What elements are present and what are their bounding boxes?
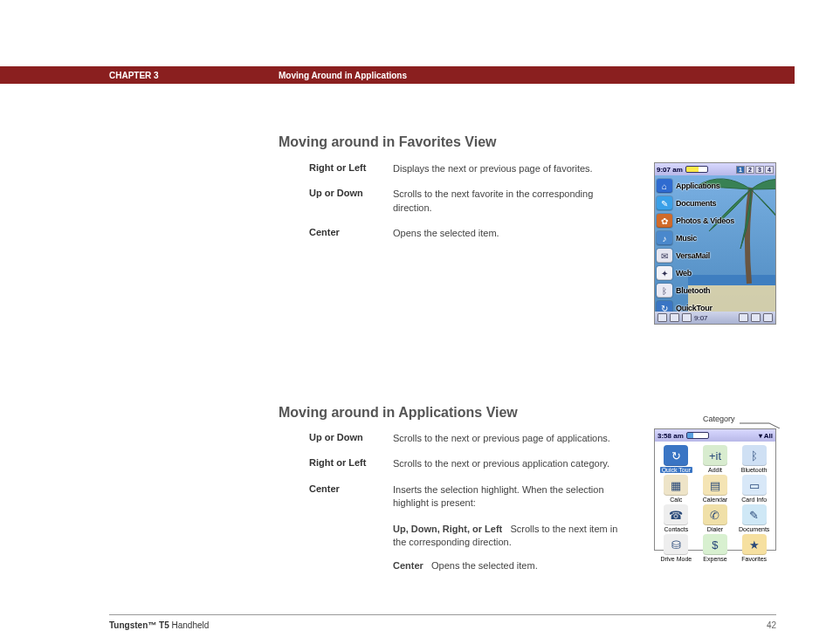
def-row: Up or Down Scrolls to the next favorite … (309, 188, 623, 215)
app-icon: ▦ (664, 475, 688, 496)
sub-text: Opens the selected item. (431, 560, 538, 571)
app-item: ★Favorites (734, 534, 774, 562)
app-label: Calc (670, 497, 682, 503)
status-bar: 3:58 am ▾ All (655, 429, 775, 442)
app-item: ▭Card Info (734, 475, 774, 503)
section1-title: Moving around in Favorites View (279, 134, 497, 150)
favorite-icon: ✎ (657, 196, 672, 210)
app-label: Quick Tour (660, 467, 692, 473)
app-label: Expense (703, 556, 726, 562)
app-icon: ✆ (703, 504, 727, 525)
app-item: ᛒBluetooth (734, 445, 774, 473)
app-item: ▤Calendar (696, 475, 735, 503)
screen-icon (751, 313, 761, 322)
sub-desc: Up, Down, Right, or Left Scrolls to the … (393, 523, 623, 550)
product-rest: Handheld (169, 620, 210, 630)
app-label: Favorites (741, 556, 767, 562)
favorite-label: Bluetooth (676, 286, 710, 295)
bottom-time: 9:07 (694, 314, 708, 322)
favorite-label: Documents (676, 199, 716, 208)
favorite-icon: ᛒ (657, 284, 672, 298)
callout-line-icon (740, 420, 780, 428)
bt-icon (739, 313, 748, 322)
def-term: Up or Down (309, 432, 393, 445)
app-label: Calendar (703, 497, 727, 503)
app-icon: ✎ (742, 504, 767, 525)
app-label: Dialer (707, 526, 723, 532)
time-label: 3:58 am (657, 432, 684, 440)
favorites-screenshot: 9:07 am 1 2 3 4 ⌂Applications✎Documents✿… (654, 162, 776, 325)
favorite-label: Photos & Videos (676, 216, 734, 225)
def-row: Up or Down Scrolls to the next or previo… (309, 432, 623, 445)
def-desc: Inserts the selection highlight. When th… (393, 483, 623, 510)
favorite-icon: ✉ (657, 249, 672, 263)
favorite-label: Web (676, 269, 692, 277)
applications-definitions: Up or Down Scrolls to the next or previo… (309, 432, 623, 584)
def-row: Right or Left Displays the next or previ… (309, 162, 623, 175)
chapter-header: CHAPTER 3 Moving Around in Applications (0, 66, 795, 84)
def-desc: Scrolls to the next or previous page of … (393, 432, 623, 445)
favorite-item: ✉VersaMail (657, 247, 774, 264)
app-label: Addit (708, 467, 722, 473)
def-term: Right or Left (309, 457, 393, 470)
section2-title: Moving around in Applications View (279, 405, 518, 421)
favorite-item: ✦Web (657, 264, 774, 282)
favorite-item: ᛒBluetooth (657, 282, 774, 299)
sub-desc: Center Opens the selected item. (393, 559, 623, 572)
menu-icon (682, 313, 692, 322)
sys-icon (763, 313, 773, 322)
chapter-title: Moving Around in Applications (279, 71, 407, 80)
favorite-label: Applications (676, 182, 719, 190)
app-icon: ★ (742, 534, 767, 555)
app-label: Contacts (664, 526, 689, 532)
app-item: ⛁Drive Mode (657, 534, 696, 562)
sub-term: Center (393, 560, 423, 571)
def-row: Center Opens the selected item. (309, 227, 623, 240)
category-callout: Category (703, 414, 735, 423)
def-row: Center Inserts the selection highlight. … (309, 483, 623, 510)
applications-screenshot: 3:58 am ▾ All ↻Quick Tour+itAdditᛒBlueto… (654, 428, 776, 551)
app-label: Documents (739, 526, 769, 532)
app-icon: $ (703, 534, 727, 555)
favorite-item: ✎Documents (657, 195, 774, 212)
def-term: Up or Down (309, 188, 393, 215)
footer-rule (109, 614, 776, 615)
app-icon: ⛁ (664, 534, 688, 555)
find-icon (670, 313, 679, 322)
app-label: Bluetooth (741, 467, 768, 473)
app-icon: ☎ (664, 504, 688, 525)
def-row: Right or Left Scrolls to the next or pre… (309, 457, 623, 470)
favorites-definitions: Right or Left Displays the next or previ… (309, 162, 623, 253)
app-icon: ᛒ (742, 445, 767, 466)
app-item: $Expense (696, 534, 735, 562)
app-icon: +it (703, 445, 727, 466)
footer-product: Tungsten™ T5 Handheld (109, 620, 209, 630)
favorite-label: Music (676, 234, 697, 243)
time-label: 9:07 am (657, 166, 683, 174)
app-item: ▦Calc (657, 475, 696, 503)
app-label: Card Info (741, 497, 767, 503)
def-term: Center (309, 483, 393, 510)
favorite-icon: ✦ (657, 266, 672, 280)
favorite-icon: ⌂ (657, 179, 672, 193)
def-desc: Displays the next or previous page of fa… (393, 162, 623, 175)
def-term: Right or Left (309, 162, 393, 175)
favorite-label: VersaMail (676, 251, 710, 260)
chapter-number: CHAPTER 3 (109, 71, 159, 80)
app-item: ↻Quick Tour (657, 445, 696, 473)
page-number: 42 (767, 620, 776, 630)
product-bold: Tungsten™ T5 (109, 620, 169, 630)
home-icon (657, 313, 667, 322)
favorite-item: ♪Music (657, 230, 774, 247)
def-term: Center (309, 227, 393, 240)
favorite-icon: ♪ (657, 231, 672, 245)
category-selector: ▾ All (759, 432, 773, 440)
app-item: ✆Dialer (696, 504, 735, 532)
app-icon: ↻ (664, 445, 688, 466)
app-label: Drive Mode (660, 556, 692, 562)
app-item: ☎Contacts (657, 504, 696, 532)
app-icon: ▭ (742, 475, 767, 496)
favorite-icon: ✿ (657, 214, 672, 228)
battery-icon (686, 432, 709, 439)
app-item: ✎Documents (734, 504, 774, 532)
